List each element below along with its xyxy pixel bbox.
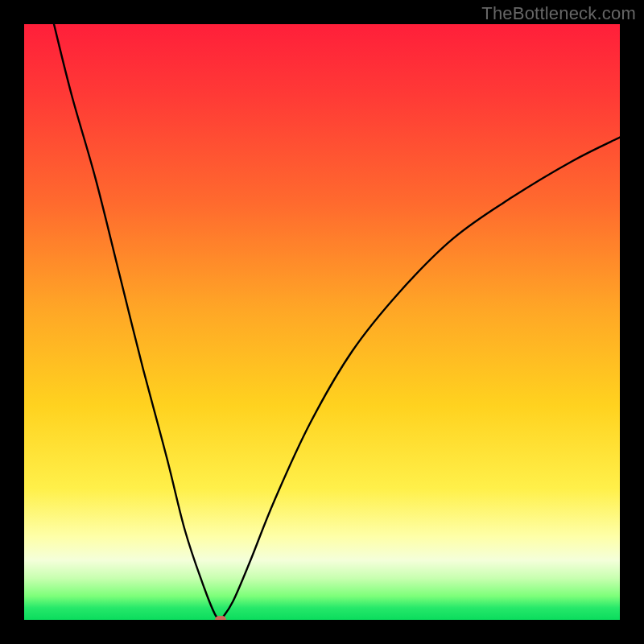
watermark-text: TheBottleneck.com — [481, 3, 636, 24]
curve-path — [54, 24, 620, 620]
plot-area — [24, 24, 620, 620]
chart-frame: TheBottleneck.com — [0, 0, 644, 644]
minimum-marker — [215, 616, 226, 620]
bottleneck-curve — [24, 24, 620, 620]
